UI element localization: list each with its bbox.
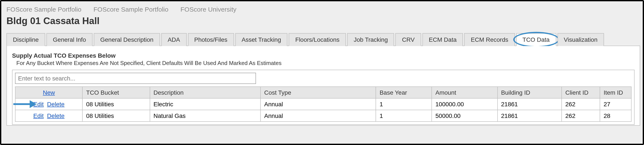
cell-item-id: 28	[600, 110, 631, 122]
tab-general-info[interactable]: General Info	[46, 33, 92, 46]
col-amount[interactable]: Amount	[432, 87, 497, 98]
tab-crv[interactable]: CRV	[396, 33, 421, 46]
cell-amount: 100000.00	[432, 98, 497, 110]
tab-asset-tracking[interactable]: Asset Tracking	[235, 33, 288, 46]
cell-tco-bucket: 08 Utilities	[82, 110, 150, 122]
col-item-id[interactable]: Item ID	[600, 87, 631, 98]
col-building-id[interactable]: Building ID	[498, 87, 562, 98]
cell-cost-type: Annual	[260, 110, 376, 122]
tab-floors-locations[interactable]: Floors/Locations	[289, 33, 346, 46]
tabs-bar: DisciplineGeneral InfoGeneral Descriptio…	[6, 33, 640, 46]
table-row: Edit Delete08 UtilitiesElectricAnnual110…	[15, 98, 631, 110]
section-note: For Any Bucket Where Expenses Are Not Sp…	[16, 60, 634, 66]
col-base-year[interactable]: Base Year	[376, 87, 432, 98]
breadcrumb-item[interactable]: FOScore Sample Portfolio	[94, 6, 169, 13]
tco-grid: NewTCO BucketDescriptionCost TypeBase Ye…	[15, 86, 632, 122]
search-input[interactable]	[15, 73, 256, 84]
edit-link[interactable]: Edit	[33, 112, 44, 119]
tab-tco-data[interactable]: TCO Data	[516, 33, 556, 46]
tab-ada[interactable]: ADA	[161, 33, 186, 46]
delete-link[interactable]: Delete	[47, 112, 64, 119]
tab-ecm-data[interactable]: ECM Data	[422, 33, 463, 46]
cell-client-id: 262	[562, 98, 600, 110]
grid-panel: NewTCO BucketDescriptionCost TypeBase Ye…	[12, 70, 634, 125]
table-row: Edit Delete08 UtilitiesNatural GasAnnual…	[15, 110, 631, 122]
page-title: Bldg 01 Cassata Hall	[6, 16, 640, 27]
cell-tco-bucket: 08 Utilities	[82, 98, 150, 110]
breadcrumb-item[interactable]: FOScore University	[180, 6, 236, 13]
tab-photos-files[interactable]: Photos/Files	[188, 33, 234, 46]
cell-building-id: 21861	[498, 98, 562, 110]
breadcrumb-item[interactable]: FOScore Sample Portfolio	[6, 6, 82, 13]
tab-job-tracking[interactable]: Job Tracking	[347, 33, 394, 46]
cell-building-id: 21861	[498, 110, 562, 122]
col-description[interactable]: Description	[150, 87, 260, 98]
section-title: Supply Actual TCO Expenses Below	[12, 52, 634, 59]
tab-visualization[interactable]: Visualization	[557, 33, 604, 46]
tab-ecm-records[interactable]: ECM Records	[464, 33, 515, 46]
cell-base-year: 1	[376, 98, 432, 110]
cell-description: Electric	[150, 98, 260, 110]
breadcrumb: FOScore Sample PortfolioFOScore Sample P…	[6, 6, 640, 13]
cell-client-id: 262	[562, 110, 600, 122]
tab-discipline[interactable]: Discipline	[6, 33, 45, 46]
tab-content: Supply Actual TCO Expenses Below For Any…	[6, 46, 640, 126]
grid-header-row: NewTCO BucketDescriptionCost TypeBase Ye…	[15, 87, 631, 98]
grid-body: Edit Delete08 UtilitiesElectricAnnual110…	[15, 98, 631, 122]
col-client-id[interactable]: Client ID	[562, 87, 600, 98]
new-link[interactable]: New	[43, 89, 55, 96]
cell-item-id: 27	[600, 98, 631, 110]
delete-link[interactable]: Delete	[47, 101, 64, 108]
tab-general-description[interactable]: General Description	[94, 33, 160, 46]
col-tco-bucket[interactable]: TCO Bucket	[82, 87, 150, 98]
cell-cost-type: Annual	[260, 98, 376, 110]
edit-link[interactable]: Edit	[33, 101, 44, 108]
cell-base-year: 1	[376, 110, 432, 122]
app-window: FOScore Sample PortfolioFOScore Sample P…	[0, 0, 644, 145]
tab-highlight-oval	[513, 32, 559, 47]
cell-description: Natural Gas	[150, 110, 260, 122]
col-cost-type[interactable]: Cost Type	[260, 87, 376, 98]
cell-amount: 50000.00	[432, 110, 497, 122]
